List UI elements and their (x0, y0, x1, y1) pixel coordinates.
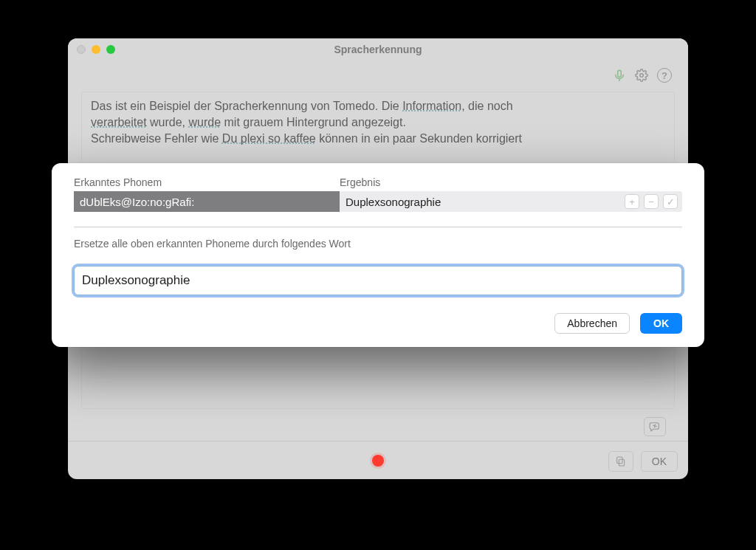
gear-icon[interactable] (635, 69, 648, 82)
copy-button[interactable] (608, 451, 633, 472)
toolbar: ? (68, 61, 688, 83)
text-fragment: Du plexi so kaffee (222, 132, 316, 145)
minimize-icon[interactable] (92, 45, 100, 54)
svg-point-2 (640, 74, 644, 78)
help-icon[interactable]: ? (657, 68, 672, 83)
phoneme-cell: dUblEks@Izo:no:gRafi: (74, 191, 340, 212)
svg-rect-0 (618, 70, 622, 77)
column-header-result: Ergebnis (340, 176, 682, 188)
zoom-icon[interactable] (106, 45, 115, 54)
window-title: Spracherkennung (68, 44, 688, 55)
add-row-button[interactable]: + (625, 194, 639, 209)
text-fragment: wurde, (147, 116, 189, 128)
text-fragment: Schreibweise Fehler wie (91, 132, 222, 145)
table-header: Erkanntes Phonem Ergebnis (74, 176, 682, 188)
result-cell: Duplexsonographie (340, 196, 625, 208)
feedback-button[interactable] (644, 417, 666, 436)
column-header-phoneme: Erkanntes Phonem (74, 176, 340, 188)
phoneme-correction-sheet: Erkanntes Phonem Ergebnis dUblEks@Izo:no… (52, 163, 704, 347)
replacement-word-input[interactable] (74, 266, 682, 295)
text-fragment: können in ein paar Sekunden korrigiert (316, 132, 522, 145)
confirm-row-button[interactable]: ✓ (663, 194, 678, 209)
divider (74, 227, 682, 227)
cancel-button[interactable]: Abbrechen (554, 313, 630, 334)
bottom-button-group: OK (608, 451, 678, 472)
remove-row-button[interactable]: − (644, 194, 659, 209)
text-fragment: Information (402, 100, 461, 112)
close-icon[interactable] (77, 45, 86, 54)
ok-button[interactable]: OK (640, 313, 682, 334)
text-fragment: , die noch (461, 100, 512, 112)
phoneme-row[interactable]: dUblEks@Izo:no:gRafi: Duplexsonographie … (74, 191, 682, 212)
microphone-icon[interactable] (613, 69, 626, 82)
bottom-bar: OK (68, 441, 688, 479)
sheet-button-row: Abbrechen OK (74, 313, 682, 334)
text-fragment: mit grauem Hintergrund angezeigt. (221, 116, 406, 128)
svg-rect-4 (616, 457, 622, 464)
titlebar: Spracherkennung (68, 38, 688, 61)
parent-ok-button[interactable]: OK (641, 451, 678, 472)
row-actions: + − ✓ (625, 194, 682, 209)
text-fragment: Das ist ein Beispiel der Spracherkennung… (91, 100, 402, 112)
text-fragment: verarbeitet (91, 116, 147, 128)
replace-instruction-label: Ersetze alle oben erkannten Phoneme durc… (74, 238, 682, 250)
record-button[interactable] (372, 455, 384, 467)
svg-rect-3 (619, 459, 624, 466)
text-fragment: wurde (189, 116, 221, 128)
traffic-lights (77, 45, 115, 54)
